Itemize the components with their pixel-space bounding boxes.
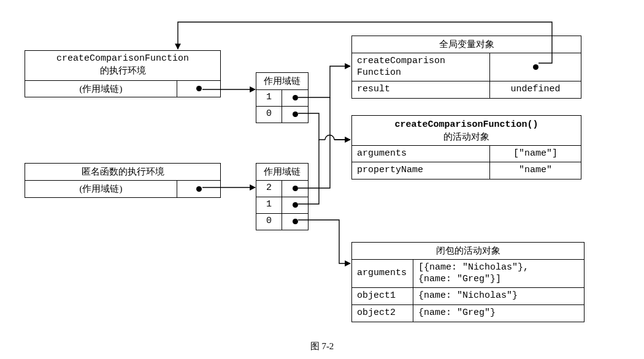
dot-icon xyxy=(533,64,539,70)
exec-ctx-anon-title: 匿名函数的执行环境 xyxy=(25,164,220,181)
global-obj-row2-val: undefined xyxy=(490,81,581,98)
dot-icon xyxy=(196,86,202,91)
act-closure-row1-val: [{name: "Nicholas"}, {name: "Greg"}] xyxy=(413,260,584,288)
act-ccf-row2-val: "name" xyxy=(490,162,581,179)
scope-chain-1-ptr-0 xyxy=(282,107,308,123)
scope-chain-2-ptr-0 xyxy=(282,214,308,230)
scope-chain-1-idx-1: 1 xyxy=(256,90,282,106)
scope-chain-2-ptr-2 xyxy=(282,181,308,197)
exec-ctx-ccf-pointer xyxy=(177,81,220,97)
act-ccf-title-l1: createComparisonFunction() xyxy=(394,119,538,130)
act-closure-row3-val: {name: "Greg"} xyxy=(413,305,584,322)
act-ccf-row2-key: propertyName xyxy=(352,162,490,179)
act-ccf-title-l2: 的活动对象 xyxy=(443,132,489,142)
exec-ctx-anon-scope-label: (作用域链) xyxy=(25,181,177,197)
global-obj-row1-key: createComparison Function xyxy=(352,53,490,81)
exec-ctx-ccf: createComparisonFunction 的执行环境 (作用域链) xyxy=(25,50,221,97)
figure-caption: 图 7-2 xyxy=(0,341,644,352)
dot-icon xyxy=(293,111,298,117)
diagram-stage: createComparisonFunction 的执行环境 (作用域链) 匿名… xyxy=(0,0,644,359)
scope-chain-1-title: 作用域链 xyxy=(256,73,308,90)
scope-chain-1: 作用域链 1 0 xyxy=(256,72,309,123)
scope-chain-1-idx-0: 0 xyxy=(256,107,282,123)
act-closure-row1-key: arguments xyxy=(352,260,413,288)
act-ccf-row1-key: arguments xyxy=(352,146,490,162)
act-ccf-title: createComparisonFunction() 的活动对象 xyxy=(352,116,581,146)
dot-icon xyxy=(293,219,298,224)
dot-icon xyxy=(293,186,298,191)
exec-ctx-ccf-title-l1: createComparisonFunction xyxy=(56,53,189,64)
exec-ctx-anon-pointer xyxy=(177,181,220,197)
act-closure-title: 闭包的活动对象 xyxy=(352,243,584,260)
scope-chain-1-ptr-1 xyxy=(282,90,308,106)
exec-ctx-ccf-scope-label: (作用域链) xyxy=(25,81,177,97)
dot-icon xyxy=(196,186,202,192)
act-ccf-row1-val: ["name"] xyxy=(490,146,581,162)
dot-icon xyxy=(293,202,298,208)
exec-ctx-ccf-title: createComparisonFunction 的执行环境 xyxy=(25,51,220,81)
scope-chain-2-ptr-1 xyxy=(282,197,308,213)
global-variable-object: 全局变量对象 createComparison Function result … xyxy=(351,36,581,99)
global-obj-title: 全局变量对象 xyxy=(352,36,581,53)
dot-icon xyxy=(293,95,298,100)
exec-ctx-anon: 匿名函数的执行环境 (作用域链) xyxy=(25,163,221,198)
activation-obj-closure: 闭包的活动对象 arguments [{name: "Nicholas"}, {… xyxy=(351,242,585,322)
scope-chain-2-title: 作用域链 xyxy=(256,164,308,181)
scope-chain-2: 作用域链 2 1 0 xyxy=(256,163,309,230)
scope-chain-2-idx-0: 0 xyxy=(256,214,282,230)
act-closure-row2-key: object1 xyxy=(352,288,413,304)
scope-chain-2-idx-2: 2 xyxy=(256,181,282,197)
global-obj-row2-key: result xyxy=(352,81,490,98)
exec-ctx-ccf-title-l2: 的执行环境 xyxy=(100,66,146,75)
scope-chain-2-idx-1: 1 xyxy=(256,197,282,213)
activation-obj-ccf: createComparisonFunction() 的活动对象 argumen… xyxy=(351,115,581,180)
global-obj-row1-ptr xyxy=(490,53,581,81)
act-closure-row2-val: {name: "Nicholas"} xyxy=(413,288,584,304)
act-closure-row3-key: object2 xyxy=(352,305,413,322)
